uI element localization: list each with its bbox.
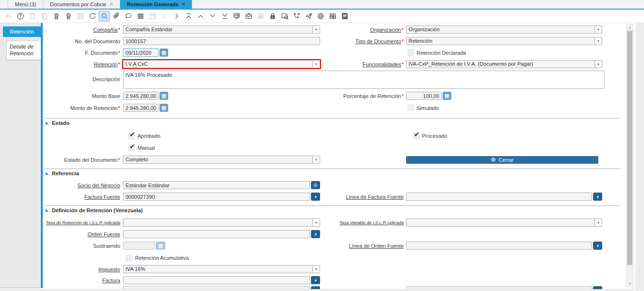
impuesto-label[interactable]: Impuesto: [45, 267, 120, 272]
linea-factura-fuente-label[interactable]: Línea de Factura Fuente: [320, 194, 404, 200]
delete-selection-icon[interactable]: [62, 11, 74, 22]
factura-input[interactable]: [123, 276, 310, 284]
tipo-documento-combobox[interactable]: Retención ▾: [406, 37, 602, 45]
vertical-scrollbar[interactable]: ▲ ▼: [626, 24, 633, 287]
organizacion-label[interactable]: Organización*: [320, 27, 404, 33]
funcionalidades-label[interactable]: Funcionalidades*: [320, 61, 404, 67]
orden-fuente-label[interactable]: Orden Fuente: [45, 231, 120, 237]
workflow-icon[interactable]: [291, 11, 302, 22]
help-icon[interactable]: [14, 11, 26, 22]
retencion-label[interactable]: Retención*: [45, 61, 120, 67]
socio-negocio-input[interactable]: [123, 181, 310, 189]
retencion-combobox[interactable]: I.V.A CxC ▾: [123, 60, 320, 68]
estado-documento-combobox[interactable]: Completo ▾: [123, 156, 320, 164]
detail-record-icon[interactable]: [207, 11, 218, 22]
linea-orden-fuente-input[interactable]: [406, 242, 592, 250]
monto-base-input[interactable]: [123, 92, 159, 100]
manual-checkbox[interactable]: ✔: [128, 145, 135, 151]
section-definicion[interactable]: Definición de Retención (Venezuela): [45, 207, 619, 213]
orden-fuente-zoom-button[interactable]: [311, 230, 320, 238]
section-estado[interactable]: Estado: [45, 120, 619, 126]
procesado-checkbox[interactable]: ✔: [413, 133, 419, 139]
delete-record-icon[interactable]: [50, 11, 62, 22]
socio-negocio-info-button[interactable]: [311, 181, 320, 189]
monto-retencion-input[interactable]: [123, 104, 159, 112]
section-referencia[interactable]: Referencia: [45, 170, 619, 176]
monto-base-calculator-button[interactable]: ▦: [160, 92, 168, 100]
collapse-icon[interactable]: [46, 209, 49, 212]
f-documento-input[interactable]: [123, 48, 159, 57]
funcionalidades-combobox[interactable]: IVA-CxP_Retención de I.V.A. (Documento p…: [406, 60, 602, 68]
grid-toggle-icon[interactable]: [135, 11, 146, 22]
tab-menu[interactable]: Menú (3): [8, 0, 43, 9]
archive-icon[interactable]: [243, 11, 254, 22]
factura-zoom-button[interactable]: [311, 276, 320, 284]
lock-icon[interactable]: [267, 11, 278, 22]
horizontal-scrollbar[interactable]: [0, 289, 634, 291]
last-record-icon[interactable]: [219, 11, 230, 22]
chevron-down-icon[interactable]: ▾: [594, 60, 602, 68]
factura-fuente-label[interactable]: Factura Fuente: [45, 194, 120, 200]
find-icon[interactable]: [99, 11, 110, 22]
sidebar-tab-detalle-de-retencion[interactable]: Detalle de Retención: [6, 40, 41, 60]
tasa-islr-combobox[interactable]: ▾: [123, 218, 320, 227]
linea-factura-fuente-input[interactable]: [406, 193, 592, 201]
calendar-picker-button[interactable]: ▦: [160, 48, 168, 57]
porcentaje-retencion-input[interactable]: [406, 92, 442, 100]
sustraendo-input[interactable]: [123, 242, 155, 250]
refresh-icon[interactable]: [87, 11, 98, 22]
parent-record-icon[interactable]: [195, 11, 206, 22]
chevron-down-icon[interactable]: ▾: [312, 156, 320, 164]
impuesto-combobox[interactable]: IVA 16% ▾: [123, 265, 320, 273]
scroll-down-icon[interactable]: ▼: [627, 281, 633, 287]
sidebar-tab-retencion[interactable]: Retención: [3, 26, 41, 37]
chevron-down-icon[interactable]: ▾: [594, 37, 602, 45]
chevron-down-icon[interactable]: ▾: [594, 25, 602, 34]
simulado-checkbox[interactable]: ✔: [408, 105, 414, 111]
no-documento-input[interactable]: [123, 37, 320, 45]
linea-orden-fuente-zoom-button[interactable]: [593, 242, 602, 250]
collapse-icon[interactable]: [46, 172, 49, 175]
linea-factura-fuente-zoom-button[interactable]: [593, 193, 602, 201]
tab-retencion-generada[interactable]: Retención Generada ×: [120, 0, 192, 9]
chevron-down-icon[interactable]: ▾: [594, 218, 602, 227]
factura-fuente-zoom-button[interactable]: [311, 193, 320, 201]
tasa-islr-label[interactable]: Tasa de Retención de I.S.L.R Aplicada: [45, 220, 120, 225]
chevron-down-icon[interactable]: ▾: [312, 25, 320, 34]
cerrar-button[interactable]: Cerrar: [406, 156, 598, 164]
compania-combobox[interactable]: Compañía Estándar ▾: [123, 25, 320, 34]
monto-retencion-calculator-button[interactable]: ▦: [160, 104, 168, 112]
factura-fuente-input[interactable]: [123, 193, 310, 201]
socio-negocio-label[interactable]: Socio del Negocio: [45, 182, 120, 188]
report-icon[interactable]: [339, 11, 350, 22]
compania-label[interactable]: Compañía*: [45, 27, 120, 33]
retencion-declarada-checkbox[interactable]: ✔: [408, 49, 414, 56]
organizacion-combobox[interactable]: Organización ▾: [406, 25, 602, 34]
attachment-icon[interactable]: [111, 11, 122, 22]
descripcion-textarea[interactable]: IVA 16% Procesado: [123, 71, 605, 89]
close-icon[interactable]: ×: [182, 1, 185, 8]
chat-icon[interactable]: [123, 11, 134, 22]
chevron-down-icon[interactable]: ▾: [312, 218, 320, 227]
orden-fuente-input[interactable]: [123, 230, 310, 238]
tasa-variable-islr-label[interactable]: Tasa Variable de I.S.L.R Aplicada: [320, 220, 404, 225]
request-icon[interactable]: [303, 11, 314, 22]
aprobado-checkbox[interactable]: ✔: [128, 133, 135, 139]
product-info-icon[interactable]: [327, 11, 338, 22]
retencion-acumulativa-checkbox[interactable]: ✔: [126, 255, 132, 261]
close-icon[interactable]: ×: [110, 1, 113, 8]
porcentaje-calculator-button[interactable]: ▦: [443, 92, 451, 100]
tasa-variable-islr-combobox[interactable]: ▾: [406, 218, 602, 227]
linea-orden-fuente-label[interactable]: Línea de Orden Fuente: [320, 243, 404, 249]
scroll-up-icon[interactable]: ▲: [627, 24, 633, 30]
tab-documentos-por-cobrar[interactable]: Documentos por Cobrar ×: [43, 0, 120, 9]
collapse-icon[interactable]: [46, 121, 49, 124]
form-view-icon[interactable]: [231, 11, 242, 22]
chevron-down-icon[interactable]: ▾: [312, 60, 320, 68]
tipo-documento-label[interactable]: Tipo de Documento*: [320, 38, 404, 44]
chevron-down-icon[interactable]: ▾: [312, 265, 320, 273]
factura-label[interactable]: Factura: [45, 278, 120, 283]
next-record-icon[interactable]: [171, 11, 182, 22]
zoom-across-icon[interactable]: [279, 11, 290, 22]
first-record-icon[interactable]: [183, 11, 194, 22]
